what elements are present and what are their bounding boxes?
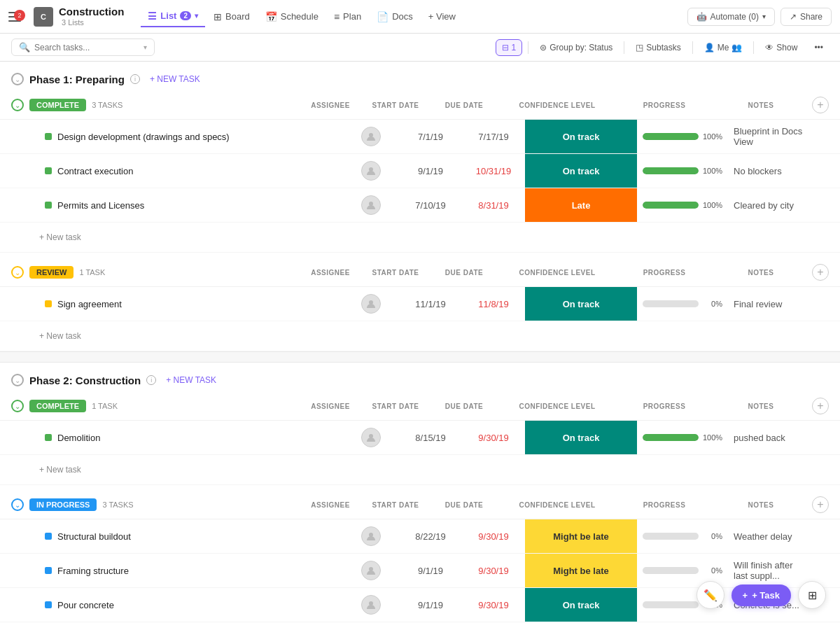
col-progress-h3: PROGRESS [619, 402, 710, 410]
assignee-cell [343, 588, 399, 622]
subtasks-button[interactable]: ◳ Subtasks [630, 40, 686, 55]
list-icon: ☰ [148, 10, 157, 22]
nav-right: 🤖 Automate (0) ▾ ↗ Share [687, 8, 832, 26]
phase2-header[interactable]: ⌄ Phase 2: Construction i + NEW TASK [0, 363, 840, 392]
tab-docs[interactable]: 📄 Docs [370, 6, 420, 27]
task-row: Permits and Licenses 7/10/19 8/31/19 Lat… [0, 188, 840, 223]
group-by-button[interactable]: ⊜ Group by: Status [534, 40, 618, 55]
phase1-title: Phase 1: Preparing [29, 74, 125, 85]
row-actions [812, 120, 840, 154]
assignee-avatar[interactable] [361, 294, 381, 314]
progress-bar-bg [643, 133, 699, 140]
progress-bar-fill [643, 434, 699, 441]
assignee-cell [343, 120, 399, 154]
phase2-toggle[interactable]: ⌄ [11, 374, 24, 386]
new-task-link-2[interactable]: + New task [6, 459, 834, 480]
row-actions [812, 188, 840, 223]
task-row: Sign agreement 11/1/19 11/8/19 On track … [0, 287, 840, 321]
complete2-toggle[interactable]: ⌄ [11, 400, 24, 412]
assignee-avatar[interactable] [361, 561, 381, 580]
tab-add-view[interactable]: + View [421, 6, 463, 27]
fab-task-label: + Task [752, 590, 780, 601]
confidence-cell: On track [525, 588, 637, 622]
me-button[interactable]: 👤 Me 👥 [699, 40, 748, 55]
me-extra-icon: 👥 [732, 43, 742, 52]
schedule-icon: 📅 [265, 11, 277, 22]
add-col-btn-3[interactable]: + [812, 398, 829, 414]
tab-board[interactable]: ⊞ Board [206, 6, 257, 27]
search-icon: 🔍 [19, 42, 30, 52]
inprogress-badge: IN PROGRESS [29, 498, 97, 511]
tab-list[interactable]: ☰ List 2 ▾ [141, 6, 205, 27]
due-date-cell: 9/30/19 [462, 554, 525, 588]
confidence-badge: On track [525, 287, 637, 321]
row-actions [812, 421, 840, 455]
complete1-toggle[interactable]: ⌄ [11, 99, 24, 111]
phase1-toggle[interactable]: ⌄ [11, 73, 24, 85]
assignee-avatar[interactable] [361, 428, 381, 447]
phase1-new-task[interactable]: + NEW TASK [146, 73, 204, 85]
inprogress-toggle[interactable]: ⌄ [11, 498, 24, 511]
assignee-avatar[interactable] [361, 195, 381, 215]
review-group-table: ⌄ REVIEW 1 TASK ASSIGNEE START DATE DUE … [0, 258, 840, 351]
phase2-info[interactable]: i [146, 375, 156, 385]
col-assignee-h4: ASSIGNEE [302, 501, 358, 509]
new-task-link-1[interactable]: + New task [6, 227, 834, 248]
row-actions [812, 519, 840, 554]
row-actions [812, 154, 840, 188]
phase2-new-task[interactable]: + NEW TASK [162, 374, 220, 386]
progress-bar-bg [643, 300, 699, 307]
notes-cell: Blueprint in Docs View [728, 120, 812, 154]
fab-grid-button[interactable]: ⊞ [798, 581, 826, 609]
show-button[interactable]: 👁 Show [760, 40, 803, 55]
confidence-badge: Might be late [525, 554, 637, 587]
col-due-h4: DUE DATE [433, 501, 496, 509]
menu-button[interactable]: 2 [8, 7, 28, 27]
task-name: Design development (drawings and specs) [57, 132, 230, 142]
progress-bar-fill [643, 133, 699, 140]
confidence-cell: Late [525, 188, 637, 223]
add-col-btn-4[interactable]: + [812, 496, 829, 513]
assignee-avatar[interactable] [361, 127, 381, 146]
task-name: Framing structure [57, 566, 129, 576]
progress-pct: 0% [703, 532, 722, 540]
filter-button[interactable]: ⊟ 1 [496, 39, 523, 56]
notes-cell: Weather delay [728, 519, 812, 554]
fab-edit-button[interactable]: ✏️ [696, 581, 724, 609]
automate-button[interactable]: 🤖 Automate (0) ▾ [687, 8, 775, 26]
review-task-count: 1 TASK [79, 268, 105, 276]
col-progress-h2: PROGRESS [619, 269, 710, 276]
docs-icon: 📄 [377, 11, 388, 22]
assignee-cell [343, 519, 399, 554]
new-task-link-review[interactable]: + New task [6, 326, 834, 346]
start-date-cell: 11/1/19 [399, 287, 462, 321]
phase1-header[interactable]: ⌄ Phase 1: Preparing i + NEW TASK [0, 62, 840, 91]
task-name: Contract execution [57, 166, 133, 176]
confidence-badge: On track [525, 120, 637, 153]
section-spacer [0, 351, 840, 363]
phase1-info[interactable]: i [130, 74, 140, 84]
me-icon: 👤 [704, 43, 715, 52]
search-box[interactable]: 🔍 ▾ [11, 38, 155, 56]
more-options-button[interactable]: ••• [808, 40, 829, 55]
search-dropdown-icon[interactable]: ▾ [144, 43, 147, 51]
tab-plan[interactable]: ≡ Plan [327, 6, 368, 27]
search-input[interactable] [34, 43, 139, 52]
assignee-avatar[interactable] [361, 526, 381, 546]
fab-task-button[interactable]: + + Task [732, 584, 791, 606]
due-date-cell: 11/8/19 [462, 287, 525, 321]
add-col-btn-1[interactable]: + [812, 97, 829, 113]
review-toggle[interactable]: ⌄ [11, 266, 24, 279]
confidence-badge: On track [525, 154, 637, 188]
subtasks-icon: ◳ [636, 43, 643, 52]
tab-schedule[interactable]: 📅 Schedule [258, 6, 326, 27]
add-col-btn-2[interactable]: + [812, 264, 829, 281]
row-actions [812, 287, 840, 321]
task-row: Design development (drawings and specs) … [0, 120, 840, 154]
assignee-avatar[interactable] [361, 595, 381, 615]
assignee-avatar[interactable] [361, 161, 381, 181]
share-button[interactable]: ↗ Share [780, 8, 832, 26]
plus-icon: + [743, 590, 748, 601]
task-name-cell: Design development (drawings and specs) [0, 120, 343, 154]
divider [528, 41, 528, 54]
